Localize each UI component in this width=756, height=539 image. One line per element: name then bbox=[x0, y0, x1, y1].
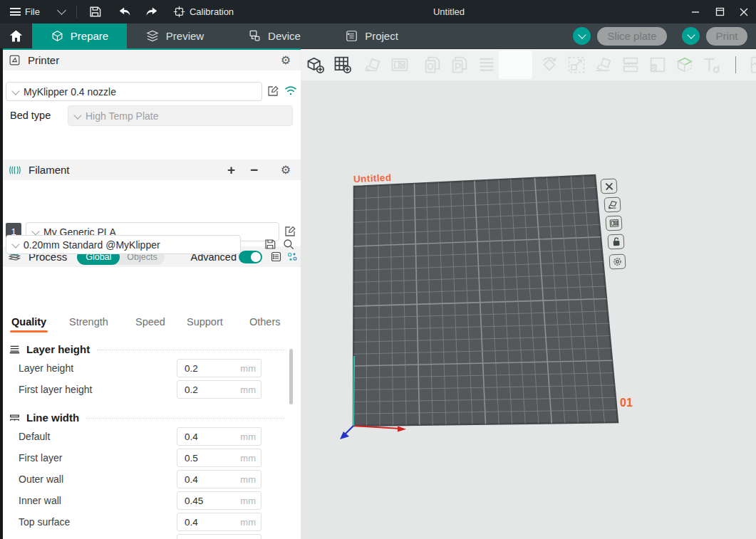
process-preset-value: 0.20mm Standard @MyKlipper bbox=[24, 239, 160, 251]
tab-prepare[interactable]: Prepare bbox=[32, 23, 127, 48]
setting-value: 0.2 bbox=[185, 363, 240, 374]
group-header-layer-height: Layer height bbox=[0, 340, 301, 357]
prepare-box-icon bbox=[51, 29, 64, 43]
setting-unit: mm bbox=[240, 384, 256, 395]
process-tab-bar: QualityStrengthSpeedSupportOthers bbox=[0, 310, 301, 333]
add-plate-button[interactable] bbox=[329, 51, 356, 79]
tab-project[interactable]: Project bbox=[326, 23, 417, 48]
add-filament-button[interactable]: + bbox=[227, 162, 235, 178]
close-button[interactable] bbox=[732, 0, 756, 23]
arrange-plate-button[interactable] bbox=[605, 215, 622, 231]
process-list-button[interactable] bbox=[270, 251, 282, 263]
calibration-button[interactable]: Calibration bbox=[169, 0, 238, 23]
panel-scrollbar[interactable] bbox=[289, 349, 293, 404]
save-button[interactable] bbox=[84, 0, 106, 23]
split-button[interactable] bbox=[617, 51, 644, 79]
process-tab-speed[interactable]: Speed bbox=[135, 316, 165, 328]
print-options-button[interactable] bbox=[682, 27, 700, 45]
rotate-button[interactable] bbox=[536, 51, 563, 79]
setting-input[interactable]: 0.4mm bbox=[177, 470, 262, 488]
print-button[interactable]: Print bbox=[706, 27, 747, 46]
process-tab-quality[interactable]: Quality bbox=[11, 316, 46, 328]
filament-settings-button[interactable]: ⚙ bbox=[281, 163, 291, 177]
viewport-3d[interactable]: Untitled 01 bbox=[301, 48, 756, 539]
home-button[interactable] bbox=[0, 23, 32, 48]
tab-device[interactable]: Device bbox=[222, 23, 326, 48]
remove-filament-button[interactable]: − bbox=[250, 162, 258, 178]
fill-color-button[interactable] bbox=[644, 51, 671, 79]
setting-input[interactable]: 0.45mm bbox=[177, 534, 262, 539]
project-list-icon bbox=[345, 29, 358, 43]
text-tool-icon bbox=[702, 55, 722, 75]
compare-presets-button[interactable] bbox=[286, 251, 298, 263]
slice-plate-button[interactable]: Slice plate bbox=[597, 27, 667, 46]
setting-value: 0.2 bbox=[185, 384, 240, 395]
setting-label: First layer height bbox=[19, 384, 177, 395]
orient-plate-button[interactable] bbox=[604, 197, 621, 212]
bed-type-label: Bed type bbox=[10, 110, 51, 121]
build-plate[interactable] bbox=[301, 49, 756, 539]
search-icon bbox=[282, 238, 295, 251]
lock-icon bbox=[611, 237, 621, 247]
setting-input[interactable]: 0.2mm bbox=[177, 380, 262, 399]
setting-input[interactable]: 0.4mm bbox=[177, 427, 262, 446]
redo-button[interactable] bbox=[140, 0, 163, 23]
chevron-down-icon bbox=[73, 111, 81, 119]
process-tab-support[interactable]: Support bbox=[187, 316, 223, 328]
plate-number-label: 01 bbox=[620, 397, 633, 409]
add-plate-icon bbox=[333, 55, 353, 75]
layers-button[interactable] bbox=[473, 51, 500, 79]
assembly-button[interactable] bbox=[745, 51, 756, 79]
compare-dots-icon bbox=[286, 251, 298, 263]
setting-row-top-surface: Top surface0.4mm bbox=[0, 511, 301, 533]
setting-input[interactable]: 0.5mm bbox=[177, 449, 262, 467]
lock-plate-button[interactable] bbox=[607, 234, 624, 249]
undo-button[interactable] bbox=[113, 0, 136, 23]
arrange-button[interactable] bbox=[386, 51, 413, 79]
setting-value: 0.4 bbox=[185, 517, 240, 528]
setting-input[interactable]: 0.4mm bbox=[177, 513, 262, 531]
save-preset-button[interactable] bbox=[264, 238, 276, 251]
search-settings-button[interactable] bbox=[282, 238, 295, 251]
bed-type-select[interactable]: High Temp Plate bbox=[68, 105, 293, 126]
printer-connection-button[interactable] bbox=[284, 85, 297, 99]
auto-orient-button[interactable] bbox=[359, 51, 386, 79]
file-menu[interactable]: File bbox=[6, 0, 44, 23]
tab-preview[interactable]: Preview bbox=[127, 23, 222, 48]
setting-label: Layer height bbox=[19, 362, 177, 374]
edit-filament-button[interactable] bbox=[284, 225, 296, 238]
printer-icon bbox=[9, 54, 21, 66]
process-tab-strength[interactable]: Strength bbox=[69, 316, 108, 328]
paste-button[interactable] bbox=[446, 51, 473, 79]
close-icon bbox=[740, 8, 748, 16]
save-icon bbox=[88, 5, 102, 19]
file-menu-dropdown[interactable] bbox=[54, 0, 69, 23]
tool-highlight bbox=[499, 51, 532, 79]
printer-settings-button[interactable]: ⚙ bbox=[281, 53, 291, 67]
copy-button[interactable] bbox=[419, 51, 446, 79]
toolbar-separator bbox=[735, 56, 736, 73]
add-object-button[interactable] bbox=[302, 51, 329, 79]
mesh-cube-button[interactable] bbox=[671, 51, 698, 79]
text-tool-button[interactable] bbox=[698, 51, 725, 79]
scale-button[interactable] bbox=[563, 51, 590, 79]
minimize-button[interactable] bbox=[683, 0, 708, 23]
setting-input[interactable]: 0.2mm bbox=[177, 359, 262, 377]
lay-on-face-button[interactable] bbox=[590, 51, 617, 79]
printer-preset-select[interactable]: MyKlipper 0.4 nozzle bbox=[6, 82, 262, 101]
plate-settings-button[interactable] bbox=[609, 253, 626, 269]
advanced-toggle[interactable] bbox=[239, 251, 262, 263]
group-header-line-width: Line width bbox=[0, 409, 301, 426]
setting-label: First layer bbox=[19, 452, 177, 464]
slice-options-button[interactable] bbox=[573, 27, 591, 45]
maximize-button[interactable] bbox=[708, 0, 732, 23]
undo-icon bbox=[118, 6, 132, 19]
delete-plate-button[interactable] bbox=[600, 178, 617, 194]
process-tab-others[interactable]: Others bbox=[249, 316, 281, 328]
edit-printer-button[interactable] bbox=[266, 85, 279, 98]
process-preset-select[interactable]: 0.20mm Standard @MyKlipper bbox=[6, 235, 241, 254]
filament-section-header: Filament + − ⚙ bbox=[0, 159, 301, 180]
setting-input[interactable]: 0.45mm bbox=[177, 491, 262, 510]
setting-unit: mm bbox=[240, 496, 256, 506]
tab-prepare-label: Prepare bbox=[71, 30, 108, 42]
